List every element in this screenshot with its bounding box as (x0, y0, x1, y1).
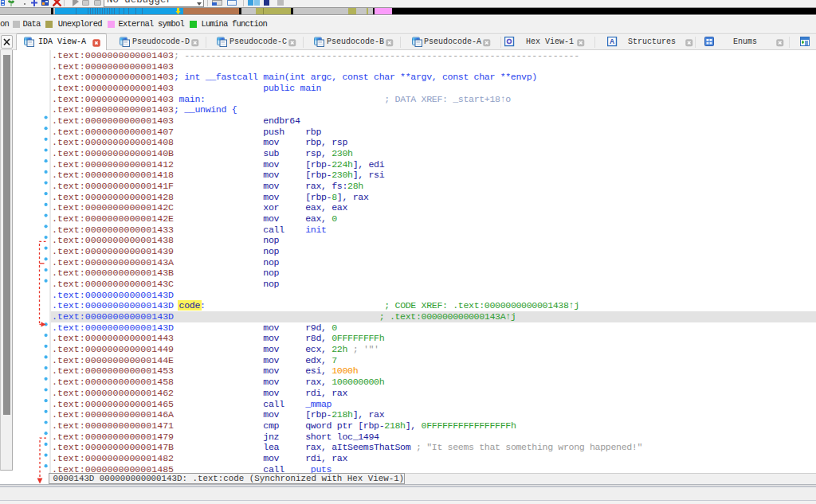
svg-text:A: A (610, 37, 614, 45)
